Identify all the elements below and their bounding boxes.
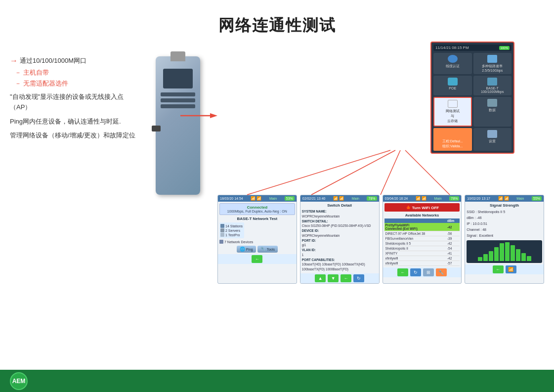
wifi-row-3[interactable]: Sheldonopolis II 5 -42 <box>384 241 460 246</box>
wifi-dbm-2: -39 <box>446 236 460 241</box>
signal-info: SSID : Sheldonopolis II 5 dBm : -46 IP :… <box>467 209 542 238</box>
wifi-row-2[interactable]: FBISurveillanceVan -39 <box>384 236 460 241</box>
switch-detail-label: Switch Detail: <box>302 219 328 223</box>
main-content: → 通过10/100/1000M网口 － 主机自带 － 无需适配器选件 "自动发… <box>0 42 554 318</box>
menu-item-base[interactable]: BASE-T100/1000Mbps <box>473 76 512 95</box>
menu-label-poe: POE <box>449 87 456 90</box>
screen3-battery: 78% <box>449 196 459 201</box>
bar-2 <box>483 254 488 261</box>
wifi-off-btn[interactable]: 🍁 Turn WiFi OFF <box>384 203 460 212</box>
ssid-label: SSID : <box>467 210 476 214</box>
device-id: WOPRCheyenneMountain <box>302 234 340 237</box>
nd-stations: 14 Stations <box>220 224 243 228</box>
wifi-dbm-4: -54 <box>446 246 460 251</box>
speed-label: 1000Mbps, Full Duplex, Auto-Neg : ON <box>221 210 293 213</box>
screen2-title: Switch Detail <box>302 203 378 208</box>
menu-item-settings[interactable]: 设置 <box>473 128 512 151</box>
menu-time: 11/14/21 08:15 PM <box>435 45 469 50</box>
screen4-wifi-btn[interactable]: 📶 <box>506 265 516 273</box>
screen1-bottom-bar: ← <box>218 254 297 264</box>
screens-row: 18/03/20 14:54 📶 📶 Main 53% Connected 10… <box>217 195 544 284</box>
menu-item-cable[interactable]: 线缆认证 <box>433 53 472 74</box>
stations-label: 14 Stations <box>225 224 243 228</box>
screen2-back-btn[interactable]: ← <box>341 274 351 282</box>
bullet-item-1: － 主机自带 <box>15 68 138 77</box>
vlan-id: 1 <box>302 253 304 257</box>
screen3-refresh-btn[interactable]: ↻ <box>410 268 421 276</box>
screen2-up-btn[interactable]: ▲ <box>315 274 326 282</box>
ping-label: Ping <box>246 248 253 251</box>
desc-text-1: "自动发现"显示连接的设备或无线接入点（AP） <box>10 92 138 113</box>
screen3-header: 03/04/20 16:24 📶 📶 Main 78% <box>383 195 462 202</box>
devices-icon <box>219 240 223 244</box>
screen3-icons: 📶 📶 <box>416 196 426 201</box>
vlan-id-label: Vlan Id: <box>302 248 316 252</box>
screen4-status: Main <box>516 197 524 200</box>
port-id-label: Port Id: <box>302 239 316 242</box>
menu-item-poe[interactable]: POE <box>433 76 472 95</box>
wifi-row-5[interactable]: XFINITY -41 <box>384 251 460 256</box>
screen4-icons: 📶 📶 <box>498 196 509 201</box>
wifi-row-1[interactable]: DIRECT-97-HP OfficeJet 38 -56 <box>384 231 460 236</box>
device-body <box>161 66 195 108</box>
menu-label-multi: 多种链路速率2.5/5/10Gbps <box>482 64 503 72</box>
wifi-table-header: dBm <box>384 218 460 223</box>
settings-icon <box>487 130 497 138</box>
testpro-label: 1 TestPro <box>225 233 240 237</box>
wifi-name-3: Sheldonopolis II 5 <box>384 241 446 246</box>
device-port <box>152 126 161 131</box>
menu-item-network[interactable]: 网络测试与云存储 <box>433 97 472 127</box>
wifi-row-7[interactable]: xfinitywifi -57 <box>384 261 460 266</box>
network-icon <box>448 100 458 108</box>
wifi-name-4: Sheldonopolis II <box>384 246 446 251</box>
page-title: 网络连通性测试 <box>0 15 554 37</box>
screen3-back-btn[interactable]: ← <box>397 268 408 276</box>
wifi-row-6[interactable]: xfinitywifi -42 <box>384 256 460 261</box>
wifi-row-4[interactable]: Sheldonopolis II -54 <box>384 246 460 251</box>
bar-7 <box>511 245 515 261</box>
screen3-wrench-btn[interactable]: 🔧 <box>436 268 447 276</box>
menu-label-base: BASE-T100/1000Mbps <box>481 87 504 93</box>
screen1-battery: 53% <box>285 196 295 201</box>
svg-line-2 <box>247 150 390 195</box>
menu-item-multi[interactable]: 多种链路速率2.5/5/10Gbps <box>473 53 512 74</box>
screen1-back-btn[interactable]: ← <box>252 255 262 263</box>
screen4-battery: 55% <box>532 196 542 201</box>
menu-item-project[interactable]: 工程:Defaul...组织:Valida... <box>433 128 472 151</box>
screen2-header: 02/02/21 13:40 📶 📶 Main 78% <box>300 195 379 202</box>
bar-1 <box>478 257 482 261</box>
screen4-back-btn[interactable]: ← <box>493 265 504 273</box>
screen1-status: Main <box>269 197 277 200</box>
wifi-row-connected[interactable]: PrettyFly4aWiFiConnected (Ext WiFi) -42 <box>384 223 460 231</box>
channel-value: 48 <box>482 228 486 231</box>
bar-9 <box>521 253 526 261</box>
wifi-dbm-7: -57 <box>446 261 460 266</box>
servers-icon <box>220 228 224 232</box>
screen2-battery: 78% <box>367 196 377 201</box>
screen2-detail: System Name: WOPRCheyenneMountain Switch… <box>302 209 378 272</box>
device-connector <box>170 51 185 61</box>
screen4-bottom-bar: ← 📶 <box>465 264 544 274</box>
screen3-grid-btn[interactable]: ⊞ <box>423 268 434 276</box>
wifi-dbm-1: -56 <box>446 231 460 236</box>
wifi-dbm-6: -42 <box>446 256 460 261</box>
menu-item-data[interactable]: 数据 <box>473 97 512 127</box>
channel-label: Channel : <box>467 228 481 231</box>
port-cap: 10baseT(HD) 10baseT(FD) 100baseTX(HD) 10… <box>302 262 365 271</box>
device-slot-2 <box>161 98 195 102</box>
tools-icon: 🔧 <box>260 247 266 252</box>
left-panel: → 通过10/100/1000M网口 － 主机自带 － 无需适配器选件 "自动发… <box>10 42 138 318</box>
project-icon <box>448 130 458 138</box>
servers-label: 2 Servers <box>225 229 240 232</box>
data-icon <box>487 99 497 107</box>
tools-button[interactable]: 🔧 Tools <box>257 246 278 253</box>
aem-logo: AEM <box>10 372 28 390</box>
screen3-bottom-bar: ← ↻ ⊞ 🔧 <box>383 267 462 277</box>
device-id-label: Device ID: <box>302 229 319 232</box>
devices-label: 7 Network Devices <box>224 240 253 244</box>
top-menu-panel: 11/14/21 08:15 PM 100% 线缆认证 多种链路速率2.5/5/… <box>430 42 514 154</box>
screen3: 03/04/20 16:24 📶 📶 Main 78% 🍁 Turn WiFi … <box>383 195 462 284</box>
screen2-refresh-btn[interactable]: ↻ <box>353 274 364 282</box>
ping-button[interactable]: 🌐 Ping <box>237 246 256 253</box>
screen2-down-btn[interactable]: ▼ <box>328 274 339 282</box>
